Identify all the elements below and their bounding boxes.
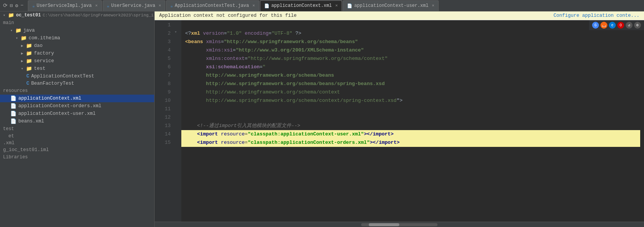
- tab-label: UserServiceImpl.java: [37, 3, 92, 8]
- tab-close[interactable]: ×: [159, 3, 161, 8]
- tab-applicationcontext-user-xml[interactable]: 📄 applicationContext-user.xml ×: [343, 0, 439, 11]
- tab-close[interactable]: ×: [335, 3, 338, 8]
- tab-label: UserService.java: [111, 3, 155, 8]
- fold-arrow-2[interactable]: ▾: [174, 29, 177, 34]
- line-num-13: 13: [158, 122, 171, 130]
- arrow-icon: ▾: [3, 13, 5, 18]
- firefox-icon[interactable]: 🦊: [600, 22, 607, 29]
- chrome-icon[interactable]: G: [592, 22, 599, 29]
- reload-icon[interactable]: ↺: [626, 22, 633, 29]
- sidebar-applicationcontexttest-file[interactable]: C ApplicationContextTest: [0, 72, 154, 80]
- folder-icon: 📁: [26, 50, 32, 56]
- java-icon: C: [26, 73, 29, 79]
- sidebar-dao[interactable]: ▶ 📁 dao: [0, 42, 154, 50]
- line-num-1: 1: [158, 21, 171, 29]
- sidebar-label: .xml: [3, 140, 15, 146]
- sidebar-label: ApplicationContextTest: [31, 74, 94, 79]
- edge-icon[interactable]: e: [609, 22, 616, 29]
- sidebar-applicationcontext-orders-xml[interactable]: 📄 applicationContext-orders.xml: [0, 102, 154, 110]
- line-num-12: 12: [158, 113, 171, 122]
- java-icon: C: [26, 80, 29, 86]
- sidebar-test-folder[interactable]: ▾ 📁 test: [0, 65, 154, 72]
- sidebar-et: et: [0, 133, 154, 140]
- sync-icon[interactable]: ⟳: [3, 2, 8, 9]
- folder-icon: 📁: [21, 35, 27, 41]
- line-6: http://www.springframework.org/schema/be…: [185, 72, 334, 78]
- scrollbar-thumb[interactable]: [369, 223, 399, 226]
- arrow-icon: ▶: [21, 51, 23, 56]
- java-file-icon: ☕: [32, 3, 35, 8]
- sidebar-label: beans.xml: [18, 119, 44, 124]
- folder-icon: 📁: [8, 12, 14, 18]
- xml-icon: 📄: [10, 103, 16, 109]
- settings-icon[interactable]: ⚙: [15, 3, 18, 9]
- sidebar-factory[interactable]: ▶ 📁 factory: [0, 50, 154, 57]
- xml-file-icon: 📄: [264, 3, 270, 8]
- sidebar-beanfactorytest-file[interactable]: C BeanFactoryTest: [0, 80, 154, 87]
- tab-label: applicationContext-user.xml: [354, 3, 428, 8]
- arrow-icon: ▾: [16, 36, 18, 40]
- warning-text: Application context not configured for t…: [159, 13, 297, 18]
- folder-icon: 📁: [26, 58, 32, 64]
- split-icon[interactable]: ⊟: [10, 3, 13, 9]
- sidebar-label: g_ioc_test01.iml: [3, 147, 49, 153]
- tab-close[interactable]: ×: [95, 3, 98, 8]
- browser-icons-panel: G 🦊 e O ↺ ⚙: [589, 20, 644, 30]
- toolbar-icons: ⟳ ⊟ ⚙ −: [3, 2, 23, 9]
- sidebar-label: applicationContext.xml: [18, 96, 81, 101]
- sidebar-java[interactable]: ▾ 📁 java: [0, 27, 154, 34]
- tab-userservice[interactable]: ☕ UserService.java ×: [103, 0, 165, 11]
- line-numbers: 1 2 3 4 5 6 7 8 9 10 11 12 13 14 15: [155, 20, 174, 222]
- bottom-bar: [155, 222, 644, 227]
- sidebar-comitheima[interactable]: ▾ 📁 com.itheima: [0, 34, 154, 42]
- line-13: <import resource="classpath:applicationC…: [181, 130, 640, 138]
- minimize-icon[interactable]: −: [21, 3, 24, 8]
- java-file-icon: ☕: [107, 3, 110, 8]
- arrow-icon: ▶: [21, 43, 23, 48]
- arrow-icon: ▶: [21, 59, 23, 63]
- libraries-section: Libraries: [0, 153, 154, 161]
- tab-userserviceimpl[interactable]: ☕ UserServiceImpl.java ×: [28, 0, 102, 11]
- line-num-4: 4: [158, 46, 171, 55]
- line-4: xmlns:context="http://www.springframewor…: [185, 56, 388, 61]
- project-name: oc_test01: [16, 13, 41, 18]
- project-header[interactable]: ▾ 📁 oc_test01 C:\Users\haohao\SpringFram…: [0, 11, 154, 19]
- line-num-7: 7: [158, 71, 171, 80]
- line-num-14: 14: [158, 130, 171, 138]
- test-section: test: [0, 125, 154, 133]
- sidebar-applicationcontext-user-xml[interactable]: 📄 applicationContext-user.xml: [0, 110, 154, 118]
- editor-area: Application context not configured for t…: [155, 11, 644, 227]
- sidebar-beans-xml[interactable]: 📄 beans.xml: [0, 118, 154, 125]
- sidebar-iml: g_ioc_test01.iml: [0, 147, 154, 153]
- line-num-15: 15: [158, 138, 171, 147]
- line-1: <?xml version="1.0" encoding="UTF-8" ?>: [185, 31, 301, 36]
- sidebar-label: factory: [34, 51, 54, 56]
- tab-applicationcontexttest[interactable]: ☕ ApplicationContextTest.java ×: [166, 0, 259, 11]
- line-num-11: 11: [158, 105, 171, 113]
- sidebar-xml: .xml: [0, 140, 154, 147]
- tab-close[interactable]: ×: [432, 3, 434, 8]
- tab-label: applicationContext.xml: [271, 3, 332, 8]
- code-editor[interactable]: 1 2 3 4 5 6 7 8 9 10 11 12 13 14 15 ▾: [155, 20, 644, 222]
- tab-close[interactable]: ×: [252, 3, 255, 8]
- line-num-8: 8: [158, 80, 171, 88]
- tab-applicationcontext-xml[interactable]: 📄 applicationContext.xml ×: [260, 0, 342, 11]
- line-9: http://www.springframework.org/schema/co…: [185, 98, 403, 103]
- resources-section: resources: [0, 87, 154, 95]
- sidebar-label: et: [8, 134, 14, 139]
- gutter: ▾: [174, 20, 181, 222]
- sidebar-service[interactable]: ▶ 📁 service: [0, 57, 154, 65]
- line-7: http://www.springframework.org/schema/be…: [185, 81, 385, 87]
- sidebar-label: java: [23, 28, 35, 33]
- opera-icon[interactable]: O: [617, 22, 624, 29]
- sidebar-applicationcontext-xml[interactable]: 📄 applicationContext.xml: [0, 95, 154, 102]
- java-file-icon: ☕: [170, 3, 173, 8]
- folder-icon: 📁: [15, 27, 21, 34]
- configure-link[interactable]: Configure application conte...: [554, 13, 639, 18]
- line-8: http://www.springframework.org/schema/co…: [185, 89, 340, 95]
- settings2-icon[interactable]: ⚙: [634, 22, 641, 29]
- horizontal-scrollbar[interactable]: [361, 223, 437, 226]
- line-14: <import resource="classpath:applicationC…: [181, 138, 640, 147]
- arrow-icon: ▾: [10, 28, 13, 33]
- code-content[interactable]: <?xml version="1.0" encoding="UTF-8" ?> …: [181, 20, 644, 222]
